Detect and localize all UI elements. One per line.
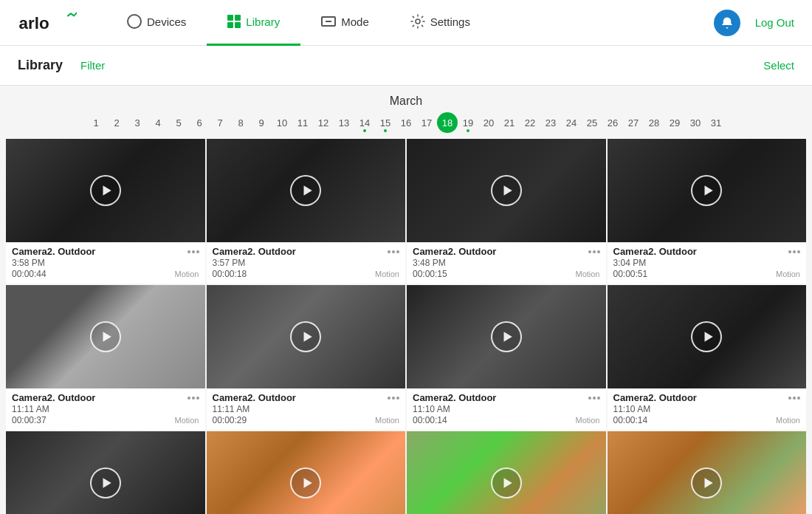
camera-name: Camera2. Outdoor — [213, 392, 296, 403]
calendar-day[interactable]: 12 — [313, 112, 334, 133]
camera-name: Camera2. Outdoor — [613, 392, 697, 403]
nav-right: Log Out — [714, 10, 794, 36]
camera-name: Camera2. Outdoor — [12, 246, 95, 257]
video-time: 11:10 AM — [613, 404, 801, 414]
more-options-button[interactable] — [388, 397, 399, 400]
video-card[interactable]: Camera2. Outdoor 11:11 AM 00:00:29 Motio… — [207, 285, 406, 430]
video-info: Camera2. Outdoor 3:48 PM 00:00:15 Motion — [407, 242, 606, 284]
more-options-button[interactable] — [187, 397, 199, 400]
notifications-bell[interactable] — [714, 10, 740, 36]
calendar-day[interactable]: 21 — [499, 112, 520, 133]
calendar-day[interactable]: 1 — [86, 112, 106, 133]
svg-text:arlo: arlo — [19, 14, 49, 32]
nav-mode-label: Mode — [341, 16, 369, 28]
video-card[interactable]: Camera1. Home 8:52 AM 00:00:12 Motion — [608, 431, 807, 514]
video-time: 3:58 PM — [12, 258, 199, 268]
more-options-button[interactable] — [388, 250, 399, 253]
svg-point-1 — [416, 19, 420, 24]
nav-item-library[interactable]: Library — [207, 0, 300, 46]
calendar-day[interactable]: 29 — [664, 112, 685, 133]
play-button[interactable] — [290, 321, 321, 352]
calendar-day[interactable]: 18 — [437, 112, 458, 133]
svg-marker-5 — [704, 185, 712, 196]
calendar-day[interactable]: 11 — [292, 112, 313, 133]
video-thumbnail — [207, 139, 406, 242]
nav-item-mode[interactable]: Mode — [300, 0, 390, 46]
play-button[interactable] — [691, 467, 722, 498]
video-info: Camera2. Outdoor 3:04 PM 00:00:51 Motion — [608, 242, 807, 284]
calendar-day[interactable]: 30 — [685, 112, 706, 133]
calendar-day[interactable]: 14 — [354, 112, 375, 133]
calendar-day[interactable]: 8 — [230, 112, 251, 133]
play-button[interactable] — [491, 321, 522, 352]
video-card[interactable]: Camera2. Outdoor 11:11 AM 00:00:37 Motio… — [6, 285, 205, 430]
calendar-day[interactable]: 25 — [582, 112, 602, 133]
calendar-day[interactable]: 6 — [189, 112, 210, 133]
calendar-day[interactable]: 17 — [416, 112, 437, 133]
camera-name: Camera2. Outdoor — [413, 246, 496, 257]
video-time: 11:11 AM — [12, 404, 199, 414]
calendar-day[interactable]: 22 — [520, 112, 540, 133]
play-button[interactable] — [90, 175, 121, 206]
calendar-day[interactable]: 27 — [623, 112, 644, 133]
calendar-day[interactable]: 15 — [375, 112, 396, 133]
calendar-day[interactable]: 3 — [127, 112, 148, 133]
calendar-day[interactable]: 19 — [458, 112, 478, 133]
play-button[interactable] — [290, 175, 321, 206]
video-card[interactable]: Camera2. Outdoor 3:58 PM 00:00:44 Motion — [6, 139, 205, 284]
svg-marker-4 — [504, 185, 512, 196]
video-card[interactable]: Camera1. Home 9:08 AM 00:00:14 Motion — [407, 431, 606, 514]
video-thumbnail — [407, 431, 606, 514]
calendar-day[interactable]: 28 — [644, 112, 664, 133]
svg-marker-8 — [504, 332, 512, 342]
nav-devices-label: Devices — [147, 16, 186, 28]
play-button[interactable] — [491, 467, 522, 498]
calendar-day[interactable]: 23 — [540, 112, 561, 133]
video-duration: 00:00:44 — [12, 269, 47, 279]
more-options-button[interactable] — [788, 250, 800, 253]
video-thumbnail — [407, 139, 606, 242]
calendar-day[interactable]: 10 — [272, 112, 292, 133]
calendar-day[interactable]: 31 — [706, 112, 726, 133]
play-button[interactable] — [90, 467, 121, 498]
nav-item-devices[interactable]: Devices — [106, 0, 207, 46]
video-time: 11:11 AM — [213, 404, 400, 414]
video-card[interactable]: Camera1. Home 9:56 AM 00:00:14 Motion — [207, 431, 406, 514]
calendar-day[interactable]: 16 — [396, 112, 416, 133]
calendar-day[interactable]: 2 — [106, 112, 127, 133]
calendar-day[interactable]: 5 — [168, 112, 189, 133]
calendar-day[interactable]: 4 — [148, 112, 168, 133]
play-button[interactable] — [691, 175, 722, 206]
video-card[interactable]: Camera2. Outdoor 11:10 AM 00:00:14 Motio… — [608, 285, 807, 430]
arlo-logo: arlo — [18, 10, 77, 36]
play-button[interactable] — [691, 321, 722, 352]
camera-name: Camera2. Outdoor — [613, 246, 697, 257]
play-button[interactable] — [491, 175, 522, 206]
calendar-day[interactable]: 26 — [602, 112, 623, 133]
video-trigger: Motion — [174, 416, 199, 425]
logo[interactable]: arlo — [18, 10, 77, 36]
calendar-day[interactable]: 20 — [478, 112, 499, 133]
more-options-button[interactable] — [788, 397, 800, 400]
video-card[interactable]: Camera2. Outdoor 10:59 AM 00:01:05 Motio… — [6, 431, 205, 514]
video-card[interactable]: Camera2. Outdoor 3:04 PM 00:00:51 Motion — [608, 139, 807, 284]
video-card[interactable]: Camera2. Outdoor 3:48 PM 00:00:15 Motion — [407, 139, 606, 284]
calendar-days: 1234567891011121314151617181920212223242… — [0, 112, 812, 133]
more-options-button[interactable] — [588, 250, 600, 253]
calendar-day[interactable]: 7 — [210, 112, 230, 133]
calendar-day[interactable]: 24 — [561, 112, 582, 133]
logout-button[interactable]: Log Out — [755, 16, 794, 29]
video-card[interactable]: Camera2. Outdoor 11:10 AM 00:00:14 Motio… — [407, 285, 606, 430]
select-button[interactable]: Select — [763, 59, 794, 72]
calendar-day[interactable]: 13 — [334, 112, 354, 133]
video-card[interactable]: Camera2. Outdoor 3:57 PM 00:00:18 Motion — [207, 139, 406, 284]
more-options-button[interactable] — [187, 250, 199, 253]
nav-item-settings[interactable]: Settings — [390, 0, 491, 46]
video-info: Camera2. Outdoor 3:58 PM 00:00:44 Motion — [6, 242, 205, 284]
filter-button[interactable]: Filter — [80, 59, 105, 72]
play-button[interactable] — [290, 467, 321, 498]
more-options-button[interactable] — [588, 397, 600, 400]
calendar-month: March — [0, 95, 812, 108]
play-button[interactable] — [90, 321, 121, 352]
calendar-day[interactable]: 9 — [251, 112, 272, 133]
